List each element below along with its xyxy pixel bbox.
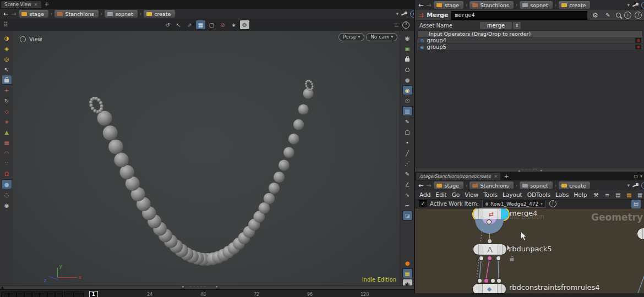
radial-menu-icon[interactable]: [641, 2, 644, 9]
scale-tool-icon[interactable]: ◇: [2, 107, 12, 116]
tree-view-icon[interactable]: ≡: [602, 190, 612, 199]
transport-button[interactable]: [47, 292, 55, 297]
delete-input-button[interactable]: ⊗: [635, 37, 642, 43]
node-rbdunpack5[interactable]: ⋀: [473, 244, 506, 255]
tool-settings-icon[interactable]: ⚙: [240, 20, 249, 29]
path-dropdown-icon[interactable]: ▾: [627, 2, 630, 8]
pin-icon[interactable]: [632, 183, 638, 188]
record-dot-icon[interactable]: ●: [403, 258, 412, 267]
node-connector-dot[interactable]: [479, 256, 483, 260]
node-connector-dot[interactable]: [487, 220, 491, 224]
node-connector-dot[interactable]: [488, 256, 492, 260]
input-operator-row[interactable]: ⊕group5⊗: [417, 44, 643, 51]
breadcrumb-item-sopnet[interactable]: sopnet: [105, 10, 137, 18]
menu-add[interactable]: Add: [419, 191, 430, 198]
search-icon[interactable]: [616, 13, 621, 18]
material-sphere-icon[interactable]: ●: [403, 75, 412, 84]
close-tab-icon[interactable]: ×: [494, 174, 498, 179]
shaded-box-icon[interactable]: ◪: [403, 211, 412, 220]
box-select-icon[interactable]: ▢: [207, 20, 216, 29]
visibility-eye-icon[interactable]: ◉: [403, 34, 412, 42]
uv-pen-icon[interactable]: ✎: [403, 169, 412, 178]
handles-lamp-icon[interactable]: ◈: [2, 44, 12, 53]
path-dropdown-icon[interactable]: ▾: [627, 183, 630, 188]
normal-line-icon[interactable]: ╱: [403, 148, 412, 157]
info-icon[interactable]: i: [624, 12, 631, 19]
select-arrow-icon[interactable]: ↖: [2, 65, 12, 74]
pane-maximize-icon[interactable]: ▢: [634, 174, 638, 179]
node-connector-dot[interactable]: [484, 279, 488, 283]
handle-left-icon[interactable]: ◂: [182, 284, 184, 289]
color-palette-grid-icon[interactable]: ▦: [624, 190, 634, 199]
handle-right-icon[interactable]: ▸: [216, 284, 218, 289]
tab-scene-view[interactable]: Scene View ×: [1, 1, 41, 8]
lock-camera-icon[interactable]: [403, 54, 412, 63]
toolbox-grid-icon[interactable]: ⠿: [3, 21, 8, 29]
transport-button[interactable]: [9, 292, 17, 297]
shading-mode-icon[interactable]: ▩: [403, 107, 412, 116]
show-points-icon[interactable]: ✎: [403, 117, 412, 126]
camera-selector[interactable]: No cam ▾: [366, 33, 397, 41]
task-list-icon[interactable]: ▤: [631, 200, 641, 208]
view-sphere-icon[interactable]: ●: [2, 180, 12, 189]
light-link-icon[interactable]: ◎: [2, 54, 12, 63]
menu-labs[interactable]: Labs: [555, 191, 569, 198]
perspective-selector[interactable]: Persp ▾: [339, 33, 364, 41]
new-tab-button[interactable]: +: [504, 174, 509, 179]
node-connector-dot[interactable]: [478, 279, 482, 283]
work-item-info-icon[interactable]: i: [549, 200, 556, 207]
new-tab-button[interactable]: +: [45, 2, 50, 7]
select-visible-icon[interactable]: ◌: [2, 190, 12, 199]
brush-icon[interactable]: ✎: [603, 11, 613, 20]
back-arrow-icon[interactable]: ←: [3, 10, 8, 18]
pin-icon[interactable]: [632, 2, 638, 8]
radial-menu-icon[interactable]: [641, 182, 644, 189]
forward-arrow-icon[interactable]: →: [11, 10, 16, 18]
work-item-dropdown[interactable]: Row1_Wedge2_472 ▾: [482, 200, 546, 208]
translate-tool-icon[interactable]: +: [2, 86, 12, 95]
select-tool-icon[interactable]: ↖: [174, 20, 183, 29]
node-connector-dot[interactable]: [491, 279, 495, 283]
back-arrow-icon[interactable]: ←: [418, 2, 423, 9]
active-work-item-checkbox[interactable]: ✓: [419, 200, 427, 207]
geometry-cube-icon[interactable]: ▣: [403, 44, 412, 53]
transport-button[interactable]: [17, 292, 24, 297]
transport-button[interactable]: [1, 292, 9, 297]
view-menu-icon[interactable]: [20, 36, 26, 42]
orbit-eye-icon[interactable]: ◉: [2, 201, 12, 210]
breadcrumb-item-create[interactable]: create: [559, 1, 590, 9]
notes-doc-icon[interactable]: ▤: [613, 190, 623, 199]
pane-menu-icon[interactable]: ▾: [640, 174, 642, 179]
close-tab-icon[interactable]: ×: [34, 2, 38, 7]
breadcrumb-item-Stanchions[interactable]: Stanchions: [470, 1, 513, 9]
show-prims-icon[interactable]: ▢: [403, 128, 412, 136]
menu-tools[interactable]: Tools: [483, 191, 498, 198]
network-canvas[interactable]: Geometry Indie Edition ⇄merge4⋀rbdunpack…: [415, 208, 644, 293]
breadcrumb-item-stage[interactable]: stage: [434, 182, 463, 189]
viewport-3d[interactable]: View Persp ▾ No cam ▾ y x z Indie Editio…: [13, 31, 400, 285]
forward-arrow-icon[interactable]: →: [426, 2, 431, 9]
node-name-field[interactable]: merge4: [451, 11, 587, 20]
menu-edit[interactable]: Edit: [435, 191, 446, 198]
secure-selection-lock-icon[interactable]: [2, 75, 12, 84]
transport-button[interactable]: [40, 292, 47, 297]
handles-tool-icon[interactable]: ⇗: [185, 20, 194, 29]
help-icon[interactable]: ?: [635, 12, 642, 19]
input-operator-row[interactable]: ⊕group4⊗: [417, 37, 643, 44]
default-light-icon[interactable]: ○: [403, 65, 412, 74]
breadcrumb-item-Stanchions[interactable]: Stanchions: [54, 10, 98, 18]
viewer-light-icon[interactable]: ☉: [403, 96, 412, 105]
pin-icon[interactable]: [401, 11, 407, 16]
delete-input-button[interactable]: ⊗: [635, 44, 642, 50]
breadcrumb-item-Stanchions[interactable]: Stanchions: [470, 182, 513, 189]
headlight-icon[interactable]: ◉: [403, 86, 412, 95]
pane-splitter[interactable]: ▴ · · · · · ▾: [415, 168, 644, 172]
menu-odtools[interactable]: ODTools: [527, 191, 550, 198]
node-connector-dot[interactable]: [497, 279, 501, 283]
display-options-list-icon[interactable]: ≡: [394, 21, 399, 29]
transport-button[interactable]: [24, 292, 32, 297]
snap-arc-icon[interactable]: ◠: [2, 148, 12, 157]
asset-name-dropdown[interactable]: merge: [480, 22, 512, 29]
node-connector-dot[interactable]: [488, 239, 492, 243]
node-connector-dot[interactable]: [496, 256, 500, 260]
